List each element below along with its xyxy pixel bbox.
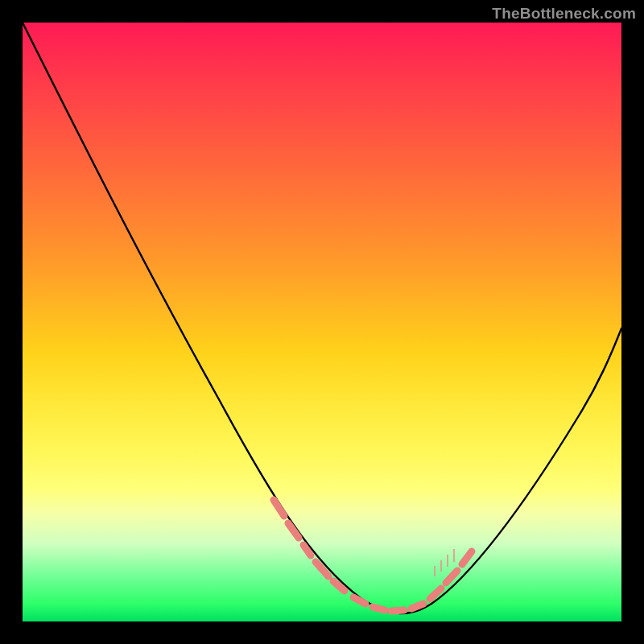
right-highlight-segments xyxy=(430,551,472,599)
watermark-text: TheBottleneck.com xyxy=(492,5,636,23)
chart-plot-area xyxy=(23,23,621,621)
bottleneck-curve-svg xyxy=(23,23,621,621)
bottom-highlight-segments xyxy=(353,597,423,611)
bottleneck-curve xyxy=(23,23,621,613)
